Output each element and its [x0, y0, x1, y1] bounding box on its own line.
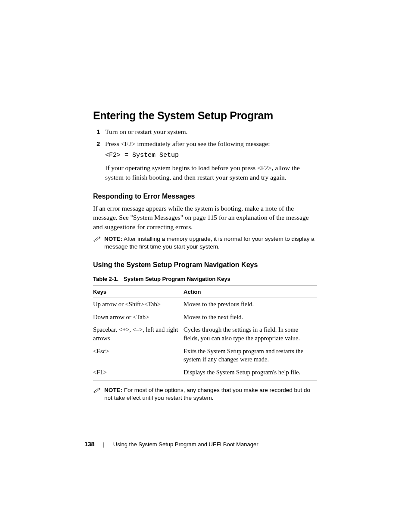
cell-keys: Spacebar, <+>, <–>, left and right arrow…: [93, 324, 184, 345]
page-heading: Entering the System Setup Program: [93, 109, 317, 122]
cell-keys: <Esc>: [93, 345, 184, 366]
table-caption: Table 2-1.System Setup Program Navigatio…: [93, 276, 317, 282]
table-caption-title: System Setup Program Navigation Keys: [124, 276, 230, 282]
col-header-action: Action: [184, 286, 317, 298]
step-item: 1 Turn on or restart your system.: [93, 127, 317, 137]
step-number: 1: [93, 127, 105, 137]
note-text: NOTE: After installing a memory upgrade,…: [104, 235, 317, 251]
section-heading-error-messages: Responding to Error Messages: [93, 193, 317, 200]
step-number: 2: [93, 139, 105, 182]
note-block: NOTE: For most of the options, any chang…: [93, 386, 317, 402]
cell-keys: Down arrow or <Tab>: [93, 311, 184, 324]
note-body: After installing a memory upgrade, it is…: [104, 236, 314, 250]
code-block: <F2> = System Setup: [105, 151, 317, 160]
cell-action: Exits the System Setup program and resta…: [184, 345, 317, 366]
cell-action: Moves to the previous field.: [184, 298, 317, 311]
page-footer: 138 | Using the System Setup Program and…: [84, 441, 258, 448]
step-text: Turn on or restart your system.: [105, 127, 317, 137]
table-row: Spacebar, <+>, <–>, left and right arrow…: [93, 324, 317, 345]
ordered-steps: 1 Turn on or restart your system. 2 Pres…: [93, 127, 317, 182]
step-text: Press <F2> immediately after you see the…: [105, 140, 270, 147]
nav-keys-table: Keys Action Up arrow or <Shift><Tab> Mov…: [93, 286, 317, 380]
table-row: <F1> Displays the System Setup program's…: [93, 366, 317, 380]
note-icon: [93, 386, 104, 402]
section-heading-nav-keys: Using the System Setup Program Navigatio…: [93, 261, 317, 269]
table-row: Up arrow or <Shift><Tab> Moves to the pr…: [93, 298, 317, 311]
note-block: NOTE: After installing a memory upgrade,…: [93, 235, 317, 251]
note-label: NOTE:: [104, 236, 122, 242]
cell-action: Moves to the next field.: [184, 311, 317, 324]
note-label: NOTE:: [104, 387, 122, 393]
step-after-text: If your operating system begins to load …: [105, 164, 300, 181]
table-caption-num: Table 2-1.: [93, 276, 118, 282]
note-text: NOTE: For most of the options, any chang…: [104, 386, 317, 402]
section-body: If an error message appears while the sy…: [93, 204, 317, 232]
chapter-title: Using the System Setup Program and UEFI …: [113, 441, 258, 448]
cell-action: Displays the System Setup program's help…: [184, 366, 317, 380]
cell-keys: Up arrow or <Shift><Tab>: [93, 298, 184, 311]
note-icon: [93, 235, 104, 251]
table-row: Down arrow or <Tab> Moves to the next fi…: [93, 311, 317, 324]
footer-separator: |: [103, 441, 104, 448]
cell-keys: <F1>: [93, 366, 184, 380]
cell-action: Cycles through the settings in a field. …: [184, 324, 317, 345]
step-body: Press <F2> immediately after you see the…: [105, 139, 317, 182]
note-body: For most of the options, any changes tha…: [104, 387, 310, 401]
page-number: 138: [84, 441, 94, 448]
col-header-keys: Keys: [93, 286, 184, 298]
step-item: 2 Press <F2> immediately after you see t…: [93, 139, 317, 182]
table-row: <Esc> Exits the System Setup program and…: [93, 345, 317, 366]
